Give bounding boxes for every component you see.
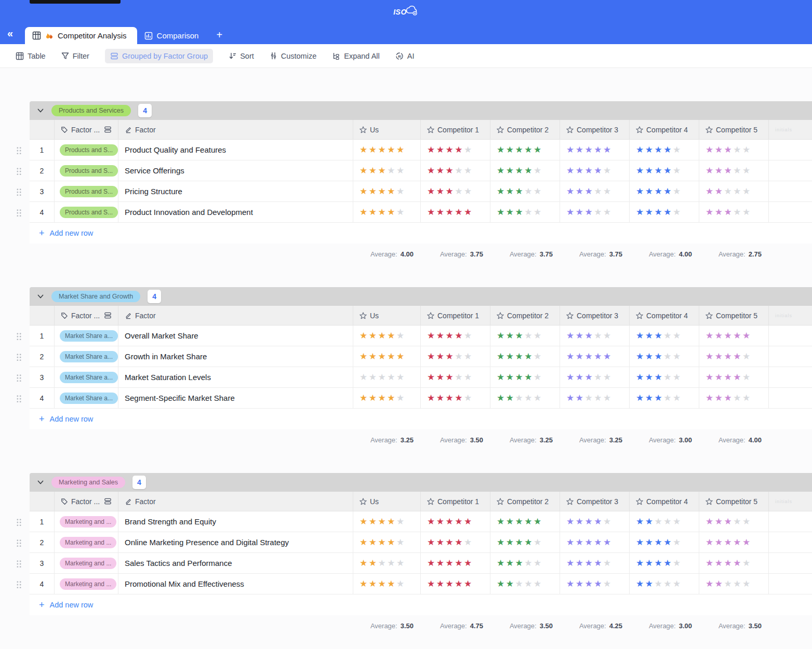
star-filled-icon[interactable]: ★ (506, 187, 515, 196)
star-filled-icon[interactable]: ★ (715, 394, 724, 402)
star-filled-icon[interactable]: ★ (715, 187, 724, 196)
star-filled-icon[interactable]: ★ (464, 517, 473, 526)
star-empty-icon[interactable]: ★ (603, 517, 613, 526)
star-empty-icon[interactable]: ★ (594, 331, 603, 340)
star-filled-icon[interactable]: ★ (585, 208, 594, 217)
star-empty-icon[interactable]: ★ (594, 373, 603, 382)
star-filled-icon[interactable]: ★ (436, 394, 446, 402)
tab-competitor-analysis[interactable]: Competitor Analysis (25, 27, 137, 44)
star-filled-icon[interactable]: ★ (705, 373, 715, 382)
star-filled-icon[interactable]: ★ (436, 517, 446, 526)
star-filled-icon[interactable]: ★ (594, 145, 603, 154)
star-filled-icon[interactable]: ★ (705, 166, 715, 175)
star-empty-icon[interactable]: ★ (673, 352, 682, 361)
star-filled-icon[interactable]: ★ (506, 352, 515, 361)
star-filled-icon[interactable]: ★ (497, 352, 506, 361)
star-filled-icon[interactable]: ★ (715, 579, 724, 588)
star-filled-icon[interactable]: ★ (585, 145, 594, 154)
star-empty-icon[interactable]: ★ (724, 579, 734, 588)
star-filled-icon[interactable]: ★ (715, 331, 724, 340)
rating-cell[interactable]: ★★★★★ (353, 367, 421, 387)
rating-cell[interactable]: ★★★★★ (421, 181, 490, 201)
star-filled-icon[interactable]: ★ (524, 538, 534, 547)
star-filled-icon[interactable]: ★ (436, 166, 446, 175)
star-empty-icon[interactable]: ★ (742, 187, 752, 196)
star-filled-icon[interactable]: ★ (524, 145, 534, 154)
drag-handle[interactable] (16, 539, 22, 547)
rating-cell[interactable]: ★★★★★ (560, 346, 630, 367)
star-filled-icon[interactable]: ★ (427, 352, 436, 361)
star-filled-icon[interactable]: ★ (446, 517, 455, 526)
rating-cell[interactable]: ★★★★★ (353, 574, 421, 594)
rating-column-header[interactable]: Competitor 1 (421, 120, 490, 139)
star-empty-icon[interactable]: ★ (464, 394, 473, 402)
rating-column-header[interactable]: Competitor 2 (490, 306, 560, 325)
star-filled-icon[interactable]: ★ (360, 517, 369, 526)
star-empty-icon[interactable]: ★ (663, 517, 673, 526)
drag-handle[interactable] (16, 580, 22, 588)
star-filled-icon[interactable]: ★ (705, 579, 715, 588)
star-filled-icon[interactable]: ★ (497, 331, 506, 340)
rating-cell[interactable]: ★★★★★ (630, 574, 699, 594)
star-filled-icon[interactable]: ★ (636, 331, 645, 340)
rating-cell[interactable]: ★★★★★ (699, 511, 769, 532)
star-filled-icon[interactable]: ★ (506, 579, 515, 588)
star-filled-icon[interactable]: ★ (733, 559, 742, 567)
star-filled-icon[interactable]: ★ (378, 166, 388, 175)
rating-cell[interactable]: ★★★★★ (421, 367, 490, 387)
star-filled-icon[interactable]: ★ (436, 579, 446, 588)
star-filled-icon[interactable]: ★ (566, 538, 576, 547)
star-filled-icon[interactable]: ★ (655, 394, 664, 402)
rating-column-header[interactable]: Competitor 1 (421, 492, 490, 511)
star-empty-icon[interactable]: ★ (663, 394, 673, 402)
drag-handle[interactable] (16, 395, 22, 402)
star-empty-icon[interactable]: ★ (673, 373, 682, 382)
star-filled-icon[interactable]: ★ (436, 559, 446, 567)
star-filled-icon[interactable]: ★ (645, 208, 655, 217)
rating-cell[interactable]: ★★★★★ (490, 346, 560, 367)
star-empty-icon[interactable]: ★ (594, 187, 603, 196)
star-filled-icon[interactable]: ★ (585, 352, 594, 361)
star-filled-icon[interactable]: ★ (645, 166, 655, 175)
star-filled-icon[interactable]: ★ (576, 331, 585, 340)
star-filled-icon[interactable]: ★ (360, 579, 369, 588)
star-empty-icon[interactable]: ★ (733, 579, 742, 588)
group-name-pill[interactable]: Market Share and Growth (51, 291, 140, 302)
factor-cell[interactable]: Promotional Mix and Effectiveness (118, 574, 353, 594)
factor-cell[interactable]: Market Saturation Levels (118, 367, 353, 387)
rating-cell[interactable]: ★★★★★ (490, 553, 560, 573)
star-filled-icon[interactable]: ★ (497, 208, 506, 217)
star-filled-icon[interactable]: ★ (360, 331, 369, 340)
star-filled-icon[interactable]: ★ (524, 517, 534, 526)
star-filled-icon[interactable]: ★ (733, 352, 742, 361)
star-filled-icon[interactable]: ★ (715, 517, 724, 526)
star-filled-icon[interactable]: ★ (515, 208, 525, 217)
star-filled-icon[interactable]: ★ (715, 352, 724, 361)
star-empty-icon[interactable]: ★ (655, 579, 664, 588)
star-empty-icon[interactable]: ★ (733, 517, 742, 526)
star-filled-icon[interactable]: ★ (636, 517, 645, 526)
rating-cell[interactable]: ★★★★★ (490, 388, 560, 408)
factor-column-header[interactable]: Factor (118, 306, 353, 325)
star-filled-icon[interactable]: ★ (724, 331, 734, 340)
star-filled-icon[interactable]: ★ (566, 331, 576, 340)
star-empty-icon[interactable]: ★ (396, 394, 406, 402)
rating-cell[interactable]: ★★★★★ (630, 160, 699, 181)
star-filled-icon[interactable]: ★ (387, 208, 396, 217)
star-filled-icon[interactable]: ★ (566, 208, 576, 217)
star-filled-icon[interactable]: ★ (524, 352, 534, 361)
star-filled-icon[interactable]: ★ (515, 331, 525, 340)
star-filled-icon[interactable]: ★ (663, 559, 673, 567)
rating-cell[interactable]: ★★★★★ (699, 202, 769, 222)
star-filled-icon[interactable]: ★ (446, 559, 455, 567)
rating-cell[interactable]: ★★★★★ (490, 511, 560, 532)
star-filled-icon[interactable]: ★ (387, 187, 396, 196)
rating-cell[interactable]: ★★★★★ (630, 532, 699, 552)
star-filled-icon[interactable]: ★ (464, 208, 473, 217)
rating-cell[interactable]: ★★★★★ (630, 181, 699, 201)
rating-cell[interactable]: ★★★★★ (421, 574, 490, 594)
star-filled-icon[interactable]: ★ (724, 394, 734, 402)
star-filled-icon[interactable]: ★ (663, 187, 673, 196)
rating-cell[interactable]: ★★★★★ (490, 326, 560, 346)
star-filled-icon[interactable]: ★ (387, 394, 396, 402)
